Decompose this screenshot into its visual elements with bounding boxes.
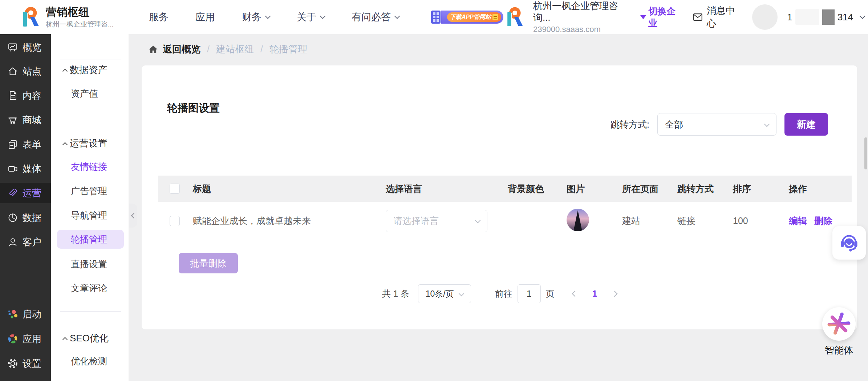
- breadcrumb-separator: /: [207, 44, 210, 55]
- section-title: 数据资产: [70, 64, 108, 76]
- chevron-down-icon: [475, 218, 481, 224]
- company-block: 杭州一枫企业管理咨询... 239000.saaas.com: [533, 0, 631, 34]
- goto-label: 前往: [495, 288, 512, 300]
- sidebar-item-overview[interactable]: 概览: [0, 37, 51, 57]
- sidebar-item-site[interactable]: 站点: [0, 61, 51, 81]
- submenu-item-carousel-management[interactable]: 轮播管理: [57, 230, 124, 249]
- language-select[interactable]: 请选择语言: [386, 210, 487, 232]
- app-subtitle: 杭州一枫企业管理咨...: [46, 20, 114, 29]
- submenu-item-article-comments[interactable]: 文章评论: [57, 278, 124, 297]
- chevron-down-icon: [458, 290, 464, 296]
- table-row: 赋能企业成长，成就卓越未来 请选择语言: [158, 202, 852, 240]
- company-domain: 239000.saaas.com: [533, 24, 631, 35]
- app-brand[interactable]: 营销枢纽 杭州一枫企业管理咨...: [0, 5, 127, 29]
- submenu-section-seo[interactable]: SEO优化: [59, 331, 109, 345]
- row-page: 建站: [622, 215, 677, 227]
- edit-link[interactable]: 编辑: [789, 215, 807, 227]
- submenu-item-seo-check[interactable]: 优化检测: [57, 352, 124, 370]
- sidebar-item-data[interactable]: 数据: [0, 208, 51, 228]
- top-header: 营销枢纽 杭州一枫企业管理咨... 服务 应用 财务 关于 有问必答 下载APP…: [0, 0, 868, 34]
- column-header-bg-color: 背景颜色: [508, 183, 567, 195]
- submenu-item-ad-management[interactable]: 广告管理: [57, 181, 124, 200]
- divider: [60, 60, 121, 60]
- collapse-sidebar-handle[interactable]: [129, 204, 137, 228]
- nav-item-apps[interactable]: 应用: [195, 11, 215, 24]
- nav-label: 有问必答: [352, 11, 391, 24]
- launch-dots-icon: [7, 309, 18, 320]
- switch-company-button[interactable]: 切换企业: [640, 5, 683, 29]
- sidebar-item-customers[interactable]: 客户: [0, 232, 51, 252]
- user-account-dropdown[interactable]: 1 314: [787, 9, 864, 25]
- select-value: 全部: [665, 119, 683, 131]
- batch-delete-button[interactable]: 批量删除: [179, 253, 238, 273]
- create-button[interactable]: 新建: [784, 113, 828, 136]
- section-title: SEO优化: [70, 332, 109, 345]
- sidebar-item-label: 表单: [23, 138, 41, 151]
- delete-link[interactable]: 删除: [814, 215, 832, 227]
- primary-sidebar: 概览 站点 内容 商城 表单 媒体 运营 数据 客户 启动: [0, 34, 51, 381]
- nav-item-finance[interactable]: 财务: [242, 11, 270, 24]
- select-all-checkbox[interactable]: [170, 184, 180, 194]
- submenu-item-live-settings[interactable]: 直播设置: [57, 254, 124, 273]
- chevron-down-icon: [764, 121, 770, 127]
- sidebar-item-forms[interactable]: 表单: [0, 134, 51, 155]
- sidebar-item-launch[interactable]: 启动: [0, 304, 51, 324]
- jump-type-select[interactable]: 全部: [657, 113, 776, 136]
- header-right-cluster: 杭州一枫企业管理咨询... 239000.saaas.com 切换企业 消息中心…: [503, 0, 868, 34]
- column-header-actions: 操作: [789, 183, 852, 195]
- nav-item-qa[interactable]: 有问必答: [352, 11, 399, 24]
- media-camera-icon: [7, 163, 18, 174]
- submenu-section-operation-settings[interactable]: 运营设置: [59, 136, 108, 151]
- column-header-page: 所在页面: [622, 183, 677, 195]
- chevron-up-icon: [62, 69, 68, 74]
- page-scrollbar-thumb[interactable]: [864, 137, 867, 169]
- customer-person-icon: [7, 237, 18, 248]
- operation-paperclip-icon: [7, 188, 18, 198]
- divider: [60, 311, 121, 312]
- goto-page-input[interactable]: [518, 284, 541, 303]
- message-center-button[interactable]: 消息中心: [692, 4, 743, 30]
- row-checkbox[interactable]: [170, 216, 180, 226]
- customer-support-button[interactable]: [832, 226, 866, 260]
- submenu-label: 轮播管理: [71, 233, 107, 245]
- prev-page-arrow-icon[interactable]: [572, 291, 578, 297]
- sidebar-item-operation[interactable]: 运营: [0, 183, 51, 203]
- ai-agent-button[interactable]: [822, 307, 856, 341]
- page-title: 轮播图设置: [167, 101, 220, 116]
- sidebar-item-apps[interactable]: 应用: [0, 329, 51, 349]
- submenu-label: 资产值: [71, 88, 98, 100]
- sidebar-item-label: 媒体: [23, 163, 41, 175]
- submenu-label: 优化检测: [71, 355, 107, 367]
- breadcrumb-link-carousel[interactable]: 轮播管理: [269, 43, 307, 56]
- avatar[interactable]: [752, 4, 778, 30]
- submenu-item-friend-links[interactable]: 友情链接: [57, 157, 124, 176]
- submenu-item-nav-management[interactable]: 导航管理: [57, 206, 124, 225]
- nav-item-services[interactable]: 服务: [149, 11, 169, 24]
- sidebar-item-label: 概览: [23, 41, 41, 54]
- download-app-badge[interactable]: 下载APP管网站: [433, 11, 503, 24]
- nav-item-about[interactable]: 关于: [297, 11, 325, 24]
- redacted-block: [795, 9, 819, 25]
- sidebar-item-media[interactable]: 媒体: [0, 159, 51, 179]
- page-unit-label: 页: [546, 288, 555, 300]
- current-page-number[interactable]: 1: [592, 289, 597, 299]
- banner-image-thumbnail: [567, 209, 589, 231]
- form-copy-icon: [7, 139, 18, 150]
- main-nav: 服务 应用 财务 关于 有问必答: [149, 11, 399, 24]
- filter-row: 跳转方式: 全部 新建: [611, 113, 828, 136]
- envelope-icon: [692, 11, 703, 23]
- breadcrumb-back-overview[interactable]: 返回概览: [148, 43, 200, 56]
- sidebar-item-mall[interactable]: 商城: [0, 110, 51, 130]
- ai-agent-star-icon: [827, 312, 851, 336]
- submenu-item-asset-value[interactable]: 资产值: [57, 84, 124, 103]
- sidebar-item-content[interactable]: 内容: [0, 85, 51, 106]
- submenu-section-data-assets[interactable]: 数据资产: [59, 63, 108, 77]
- sidebar-item-label: 运营: [23, 187, 41, 200]
- breadcrumb-link-site-hub[interactable]: 建站枢纽: [216, 43, 254, 56]
- company-logo-icon: [503, 6, 524, 28]
- next-page-arrow-icon[interactable]: [612, 291, 618, 297]
- sidebar-item-label: 商城: [23, 114, 41, 127]
- column-header-title: 标题: [180, 183, 386, 195]
- page-size-select[interactable]: 10条/页: [418, 284, 471, 303]
- sidebar-item-settings[interactable]: 设置: [0, 353, 51, 374]
